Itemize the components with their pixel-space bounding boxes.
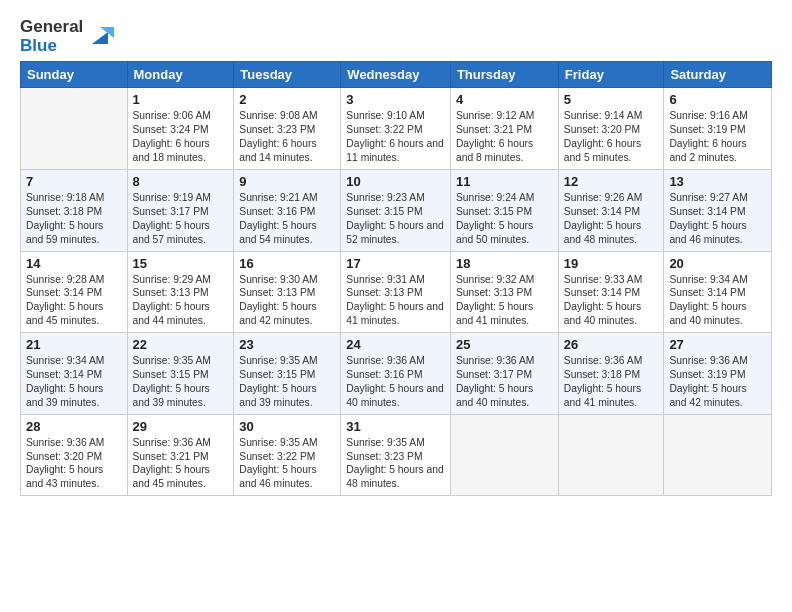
cell-info: Sunrise: 9:34 AMSunset: 3:14 PMDaylight:… [26,354,122,410]
calendar-cell [558,414,664,496]
day-number: 27 [669,337,766,352]
calendar-cell: 22Sunrise: 9:35 AMSunset: 3:15 PMDayligh… [127,333,234,415]
calendar-cell: 18Sunrise: 9:32 AMSunset: 3:13 PMDayligh… [450,251,558,333]
week-row-4: 21Sunrise: 9:34 AMSunset: 3:14 PMDayligh… [21,333,772,415]
calendar-cell: 9Sunrise: 9:21 AMSunset: 3:16 PMDaylight… [234,169,341,251]
cell-info: Sunrise: 9:16 AMSunset: 3:19 PMDaylight:… [669,109,766,165]
day-number: 2 [239,92,335,107]
cell-info: Sunrise: 9:23 AMSunset: 3:15 PMDaylight:… [346,191,445,247]
cell-info: Sunrise: 9:36 AMSunset: 3:19 PMDaylight:… [669,354,766,410]
weekday-header-wednesday: Wednesday [341,62,451,88]
calendar: SundayMondayTuesdayWednesdayThursdayFrid… [20,61,772,496]
day-number: 3 [346,92,445,107]
week-row-2: 7Sunrise: 9:18 AMSunset: 3:18 PMDaylight… [21,169,772,251]
day-number: 31 [346,419,445,434]
calendar-cell: 20Sunrise: 9:34 AMSunset: 3:14 PMDayligh… [664,251,772,333]
day-number: 16 [239,256,335,271]
calendar-cell: 26Sunrise: 9:36 AMSunset: 3:18 PMDayligh… [558,333,664,415]
calendar-cell: 27Sunrise: 9:36 AMSunset: 3:19 PMDayligh… [664,333,772,415]
day-number: 22 [133,337,229,352]
calendar-cell: 29Sunrise: 9:36 AMSunset: 3:21 PMDayligh… [127,414,234,496]
cell-info: Sunrise: 9:12 AMSunset: 3:21 PMDaylight:… [456,109,553,165]
week-row-5: 28Sunrise: 9:36 AMSunset: 3:20 PMDayligh… [21,414,772,496]
weekday-header-sunday: Sunday [21,62,128,88]
page: General Blue SundayMondayTuesdayWednesda… [0,0,792,612]
day-number: 24 [346,337,445,352]
cell-info: Sunrise: 9:27 AMSunset: 3:14 PMDaylight:… [669,191,766,247]
calendar-cell: 23Sunrise: 9:35 AMSunset: 3:15 PMDayligh… [234,333,341,415]
day-number: 21 [26,337,122,352]
calendar-cell: 10Sunrise: 9:23 AMSunset: 3:15 PMDayligh… [341,169,451,251]
cell-info: Sunrise: 9:32 AMSunset: 3:13 PMDaylight:… [456,273,553,329]
calendar-cell [450,414,558,496]
cell-info: Sunrise: 9:28 AMSunset: 3:14 PMDaylight:… [26,273,122,329]
cell-info: Sunrise: 9:31 AMSunset: 3:13 PMDaylight:… [346,273,445,329]
day-number: 18 [456,256,553,271]
cell-info: Sunrise: 9:19 AMSunset: 3:17 PMDaylight:… [133,191,229,247]
calendar-cell: 17Sunrise: 9:31 AMSunset: 3:13 PMDayligh… [341,251,451,333]
cell-info: Sunrise: 9:36 AMSunset: 3:16 PMDaylight:… [346,354,445,410]
calendar-cell: 24Sunrise: 9:36 AMSunset: 3:16 PMDayligh… [341,333,451,415]
cell-info: Sunrise: 9:35 AMSunset: 3:15 PMDaylight:… [133,354,229,410]
day-number: 15 [133,256,229,271]
week-row-1: 1Sunrise: 9:06 AMSunset: 3:24 PMDaylight… [21,88,772,170]
calendar-cell: 12Sunrise: 9:26 AMSunset: 3:14 PMDayligh… [558,169,664,251]
day-number: 17 [346,256,445,271]
day-number: 13 [669,174,766,189]
calendar-cell: 7Sunrise: 9:18 AMSunset: 3:18 PMDaylight… [21,169,128,251]
calendar-cell: 14Sunrise: 9:28 AMSunset: 3:14 PMDayligh… [21,251,128,333]
calendar-cell: 4Sunrise: 9:12 AMSunset: 3:21 PMDaylight… [450,88,558,170]
svg-marker-0 [92,32,108,44]
day-number: 8 [133,174,229,189]
day-number: 10 [346,174,445,189]
weekday-header-thursday: Thursday [450,62,558,88]
calendar-cell: 28Sunrise: 9:36 AMSunset: 3:20 PMDayligh… [21,414,128,496]
calendar-cell: 3Sunrise: 9:10 AMSunset: 3:22 PMDaylight… [341,88,451,170]
day-number: 19 [564,256,659,271]
calendar-cell: 8Sunrise: 9:19 AMSunset: 3:17 PMDaylight… [127,169,234,251]
cell-info: Sunrise: 9:14 AMSunset: 3:20 PMDaylight:… [564,109,659,165]
calendar-cell: 31Sunrise: 9:35 AMSunset: 3:23 PMDayligh… [341,414,451,496]
day-number: 9 [239,174,335,189]
weekday-header-row: SundayMondayTuesdayWednesdayThursdayFrid… [21,62,772,88]
calendar-cell [21,88,128,170]
logo-blue: Blue [20,37,83,56]
day-number: 1 [133,92,229,107]
calendar-cell [664,414,772,496]
cell-info: Sunrise: 9:36 AMSunset: 3:18 PMDaylight:… [564,354,659,410]
calendar-cell: 6Sunrise: 9:16 AMSunset: 3:19 PMDaylight… [664,88,772,170]
calendar-cell: 21Sunrise: 9:34 AMSunset: 3:14 PMDayligh… [21,333,128,415]
cell-info: Sunrise: 9:06 AMSunset: 3:24 PMDaylight:… [133,109,229,165]
calendar-cell: 13Sunrise: 9:27 AMSunset: 3:14 PMDayligh… [664,169,772,251]
calendar-cell: 11Sunrise: 9:24 AMSunset: 3:15 PMDayligh… [450,169,558,251]
day-number: 6 [669,92,766,107]
cell-info: Sunrise: 9:35 AMSunset: 3:23 PMDaylight:… [346,436,445,492]
cell-info: Sunrise: 9:30 AMSunset: 3:13 PMDaylight:… [239,273,335,329]
cell-info: Sunrise: 9:35 AMSunset: 3:22 PMDaylight:… [239,436,335,492]
cell-info: Sunrise: 9:34 AMSunset: 3:14 PMDaylight:… [669,273,766,329]
calendar-cell: 25Sunrise: 9:36 AMSunset: 3:17 PMDayligh… [450,333,558,415]
cell-info: Sunrise: 9:18 AMSunset: 3:18 PMDaylight:… [26,191,122,247]
logo-general: General [20,18,83,37]
cell-info: Sunrise: 9:36 AMSunset: 3:21 PMDaylight:… [133,436,229,492]
weekday-header-monday: Monday [127,62,234,88]
day-number: 28 [26,419,122,434]
cell-info: Sunrise: 9:10 AMSunset: 3:22 PMDaylight:… [346,109,445,165]
day-number: 4 [456,92,553,107]
day-number: 20 [669,256,766,271]
day-number: 26 [564,337,659,352]
day-number: 7 [26,174,122,189]
cell-info: Sunrise: 9:26 AMSunset: 3:14 PMDaylight:… [564,191,659,247]
calendar-cell: 19Sunrise: 9:33 AMSunset: 3:14 PMDayligh… [558,251,664,333]
header: General Blue [20,18,772,55]
calendar-cell: 15Sunrise: 9:29 AMSunset: 3:13 PMDayligh… [127,251,234,333]
day-number: 14 [26,256,122,271]
cell-info: Sunrise: 9:36 AMSunset: 3:20 PMDaylight:… [26,436,122,492]
cell-info: Sunrise: 9:36 AMSunset: 3:17 PMDaylight:… [456,354,553,410]
weekday-header-saturday: Saturday [664,62,772,88]
calendar-cell: 30Sunrise: 9:35 AMSunset: 3:22 PMDayligh… [234,414,341,496]
cell-info: Sunrise: 9:21 AMSunset: 3:16 PMDaylight:… [239,191,335,247]
cell-info: Sunrise: 9:24 AMSunset: 3:15 PMDaylight:… [456,191,553,247]
day-number: 29 [133,419,229,434]
calendar-cell: 1Sunrise: 9:06 AMSunset: 3:24 PMDaylight… [127,88,234,170]
